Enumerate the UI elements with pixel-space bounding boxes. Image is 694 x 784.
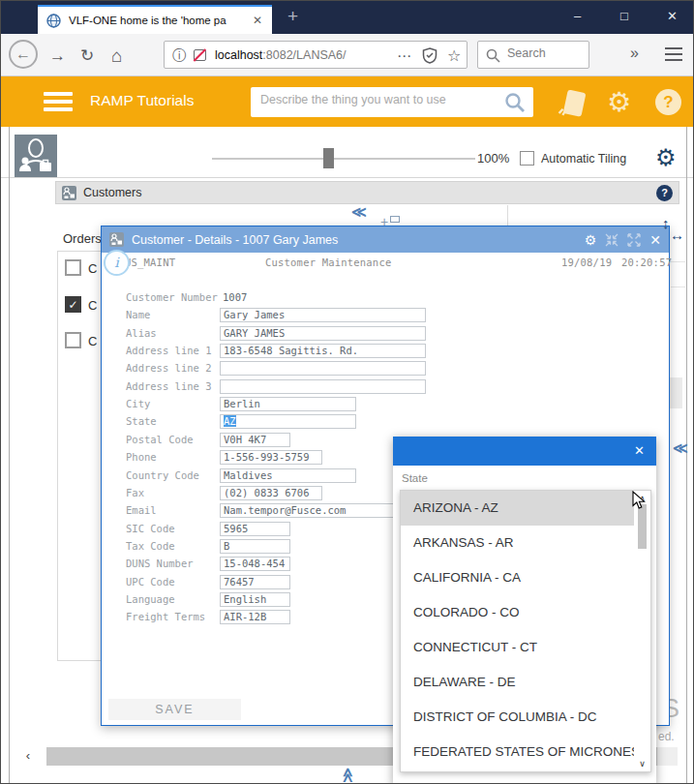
app-help-icon[interactable]: ?	[655, 89, 681, 115]
app-search-field[interactable]	[251, 87, 533, 117]
checkbox[interactable]	[65, 259, 81, 276]
bookmark-star-icon[interactable]: ☆	[447, 46, 461, 65]
url-fade	[364, 45, 389, 66]
checkbox[interactable]	[65, 332, 81, 348]
info-icon[interactable]: i	[104, 250, 130, 276]
tiling-settings-gear-icon[interactable]: ⚙	[655, 144, 677, 171]
browser-search-field[interactable]	[477, 41, 589, 69]
window-maximize-button[interactable]: □	[620, 9, 628, 23]
field-value: Maldives	[224, 469, 273, 481]
field-input[interactable]: 183-6548 Sagittis. Rd.	[220, 344, 426, 358]
browser-menu-button[interactable]	[665, 47, 682, 61]
zoom-slider-track[interactable]	[212, 158, 475, 160]
app-settings-gear-icon[interactable]: ⚙	[607, 86, 631, 118]
user-avatar-button[interactable]	[15, 135, 57, 177]
field-input[interactable]: (02) 0833 6706	[220, 486, 322, 500]
window-minimize-button[interactable]: –	[574, 9, 581, 23]
browser-search-input[interactable]	[505, 45, 583, 61]
field-input[interactable]	[220, 379, 426, 394]
window-close-button[interactable]: ✕	[667, 9, 678, 23]
field-label: Address line 1	[126, 345, 212, 356]
dialog-titlebar[interactable]: Customer - Details - 1007 Gary James ⚙	[102, 226, 669, 253]
state-option[interactable]: COLORADO - CO	[401, 595, 635, 630]
field-input[interactable]: 15-048-454	[220, 557, 290, 571]
state-option[interactable]: FEDERATED STATES OF MICRONESIA	[401, 735, 635, 769]
field-input[interactable]: B	[220, 539, 290, 554]
collapse-chevrons-icon[interactable]: ≪	[351, 203, 367, 221]
search-icon[interactable]	[504, 92, 526, 113]
field-input[interactable]	[220, 361, 426, 376]
state-option[interactable]: DISTRICT OF COLUMBIA - DC	[401, 700, 635, 735]
tab-close-icon[interactable]: ✕	[253, 14, 262, 27]
scroll-down-icon[interactable]: ∨	[634, 759, 650, 769]
scroll-left-button[interactable]: ‹	[10, 747, 46, 766]
site-info-icon[interactable]: ⓘ	[172, 47, 186, 65]
field-label: UPC Code	[126, 576, 175, 588]
state-option[interactable]: ARIZONA - AZ	[401, 491, 635, 526]
picker-titlebar: ✕	[393, 437, 656, 466]
app-search-input[interactable]	[258, 92, 491, 107]
picker-close-icon[interactable]: ✕	[634, 443, 645, 458]
field-label: Freight Terms	[126, 611, 205, 622]
field-input[interactable]: 76457	[220, 575, 290, 589]
home-button[interactable]: ⌂	[111, 45, 122, 67]
field-input[interactable]: V0H 4K7	[220, 433, 290, 447]
dialog-close-icon[interactable]: ✕	[649, 232, 661, 248]
search-icon	[486, 48, 500, 63]
field-label: Postal Code	[126, 434, 194, 445]
dialog-expand-icon[interactable]	[627, 233, 641, 247]
field-input[interactable]: AZ	[220, 414, 356, 429]
customers-panel-header[interactable]: Customers ?	[55, 181, 679, 204]
field-input[interactable]: English	[220, 592, 290, 607]
field-value: 76457	[224, 576, 255, 588]
checkbox[interactable]: ✓	[65, 296, 81, 313]
plugin-blocked-icon[interactable]	[194, 49, 206, 61]
field-input[interactable]: 5965	[220, 522, 290, 536]
page-actions-icon[interactable]: ⋯	[397, 47, 411, 65]
app-title: RAMP Tutorials	[90, 92, 194, 109]
state-list: FEDERATED STATES OF MICRONESIADISTRICT O…	[400, 490, 651, 772]
resize-vertical-icon[interactable]: ↕	[662, 215, 670, 231]
field-value: English	[224, 593, 266, 605]
overflow-chevrons-icon[interactable]: »	[630, 45, 639, 62]
save-button[interactable]: SAVE	[108, 699, 241, 720]
field-input[interactable]: Maldives	[220, 468, 356, 483]
field-input[interactable]: AIR-12B	[220, 610, 290, 624]
menu-bar	[44, 100, 73, 104]
address-bar[interactable]: ⓘ localhost:8082/LANSA6/ ⋯ ☆	[164, 41, 468, 69]
field-input[interactable]: Berlin	[220, 397, 356, 411]
field-value: 1007	[223, 291, 247, 303]
automatic-tiling-label: Automatic Tiling	[541, 152, 626, 166]
table-row-line	[671, 261, 685, 262]
field-input[interactable]: Gary James	[220, 308, 426, 322]
collapse-chevrons-icon[interactable]: ≪	[673, 439, 688, 457]
expand-up-chevrons-icon[interactable]: ≫	[339, 768, 356, 783]
back-button[interactable]: ←	[9, 40, 38, 69]
cards-icon[interactable]	[558, 88, 590, 119]
browser-tab[interactable]: VLF-ONE home is the 'home pa ✕	[38, 5, 272, 34]
automatic-tiling-checkbox[interactable]	[520, 151, 534, 166]
field-label: Phone	[126, 451, 157, 463]
reload-button[interactable]: ↻	[80, 45, 94, 66]
state-option[interactable]: ARKANSAS - AR	[401, 526, 635, 560]
table-row-line	[671, 286, 685, 287]
zoom-slider-handle[interactable]	[323, 148, 334, 168]
state-option[interactable]: CALIFORNIA - CA	[401, 560, 635, 595]
state-option[interactable]: DELAWARE - DE	[401, 665, 635, 700]
resize-horizontal-icon[interactable]: ↔	[670, 226, 684, 243]
pocket-shield-icon[interactable]	[422, 47, 438, 64]
forward-button[interactable]: →	[49, 46, 66, 66]
dialog-compress-icon[interactable]	[605, 233, 619, 247]
customers-help-icon[interactable]: ?	[656, 185, 673, 201]
field-input[interactable]: 1-556-993-5759	[220, 450, 322, 465]
dialog-settings-gear-icon[interactable]: ⚙	[585, 232, 597, 248]
picker-scrollbar[interactable]: ∧ ∨	[634, 491, 650, 771]
app-menu-button[interactable]	[44, 92, 73, 111]
new-tab-button[interactable]: +	[287, 6, 298, 27]
field-input[interactable]: GARY JAMES	[220, 326, 426, 341]
state-picker-popup: ✕ State FEDERATED STATES OF MICRONESIADI…	[393, 437, 656, 784]
picker-scrollbar-thumb[interactable]	[638, 504, 647, 549]
field-label: Country Code	[126, 469, 199, 481]
state-option[interactable]: CONNECTICUT - CT	[401, 630, 635, 665]
field-value: Gary James	[224, 309, 285, 320]
